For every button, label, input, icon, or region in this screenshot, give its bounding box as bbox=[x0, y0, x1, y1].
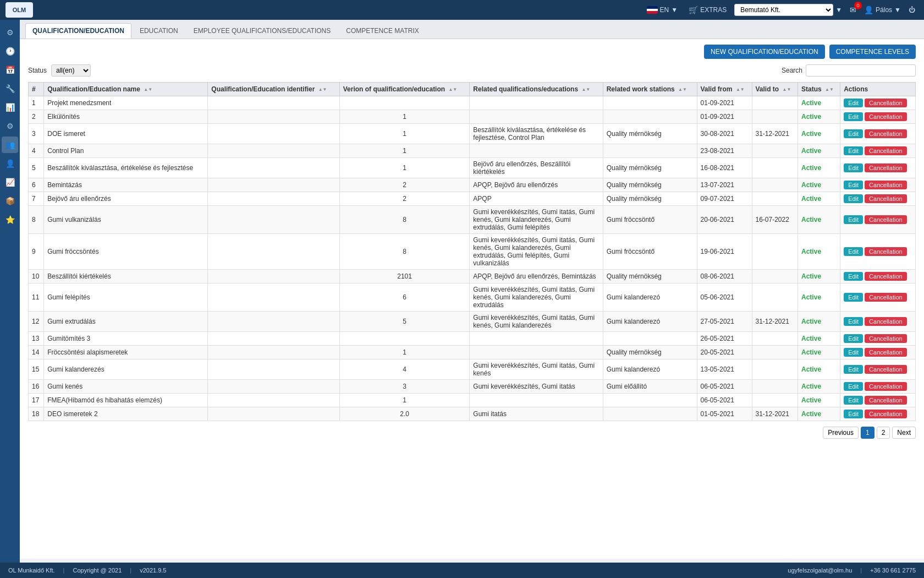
language-selector[interactable]: EN ▼ bbox=[644, 4, 681, 15]
cell-valid-to bbox=[752, 234, 798, 270]
cell-identifier bbox=[208, 124, 339, 144]
edit-button[interactable]: Edit bbox=[844, 317, 863, 326]
mail-area[interactable]: ✉ 0 bbox=[846, 4, 860, 16]
sidebar-item-graph[interactable]: 📈 bbox=[2, 174, 18, 190]
sidebar-item-tools[interactable]: 🔧 bbox=[2, 80, 18, 97]
cancellation-button[interactable]: Cancellation bbox=[865, 410, 907, 418]
page-2-button[interactable]: 2 bbox=[877, 427, 890, 439]
edit-button[interactable]: Edit bbox=[844, 348, 863, 357]
cell-valid-from: 01-09-2021 bbox=[697, 96, 752, 110]
cancellation-button[interactable]: Cancellation bbox=[865, 181, 907, 189]
cell-name: Gumi kalanderezés bbox=[44, 359, 208, 380]
cell-num: 14 bbox=[29, 346, 44, 359]
competence-levels-button[interactable]: COMPETENCE LEVELS bbox=[829, 45, 916, 59]
edit-button[interactable]: Edit bbox=[844, 163, 863, 172]
power-button[interactable]: ⏻ bbox=[905, 4, 919, 15]
prev-button[interactable]: Previous bbox=[823, 427, 859, 439]
cancellation-button[interactable]: Cancellation bbox=[865, 365, 907, 374]
edit-button[interactable]: Edit bbox=[844, 99, 863, 107]
sidebar-item-chart[interactable]: 📊 bbox=[2, 99, 18, 116]
edit-button[interactable]: Edit bbox=[844, 334, 863, 343]
cell-status: Active bbox=[798, 359, 840, 380]
company-select[interactable]: Bemutató Kft. bbox=[734, 4, 833, 16]
cancellation-button[interactable]: Cancellation bbox=[865, 382, 907, 391]
edit-button[interactable]: Edit bbox=[844, 181, 863, 189]
cell-version: 6 bbox=[339, 283, 470, 312]
cell-identifier bbox=[208, 283, 339, 312]
cell-identifier bbox=[208, 206, 339, 234]
tab-qual-edu[interactable]: QUALIFICATION/EDUCATION bbox=[25, 23, 131, 39]
cell-name: Bejövő áru ellenőrzés bbox=[44, 192, 208, 206]
new-qual-edu-button[interactable]: NEW QUALIFICATION/EDUCATION bbox=[704, 45, 825, 59]
edit-button[interactable]: Edit bbox=[844, 410, 863, 418]
cancellation-button[interactable]: Cancellation bbox=[865, 112, 907, 121]
cell-related-ws: Gumi kalanderezó bbox=[603, 283, 697, 312]
sort-version[interactable]: ▲▼ bbox=[448, 87, 457, 92]
cell-version: 1 bbox=[339, 110, 470, 124]
cart-area[interactable]: 🛒 EXTRAS bbox=[685, 4, 730, 16]
cancellation-button[interactable]: Cancellation bbox=[865, 272, 907, 281]
cancellation-button[interactable]: Cancellation bbox=[865, 396, 907, 405]
cell-related-qual bbox=[470, 110, 603, 124]
sort-identifier[interactable]: ▲▼ bbox=[318, 87, 327, 92]
edit-button[interactable]: Edit bbox=[844, 112, 863, 121]
cell-related-qual: Gumi itatás bbox=[470, 407, 603, 421]
tab-emp-qual[interactable]: EMPLOYEE QUALIFICATIONS/EDUCATIONS bbox=[186, 23, 338, 39]
sort-valid-from[interactable]: ▲▼ bbox=[736, 87, 745, 92]
sidebar-item-box[interactable]: 📦 bbox=[2, 193, 18, 209]
user-chevron: ▼ bbox=[894, 6, 901, 14]
edit-button[interactable]: Edit bbox=[844, 272, 863, 281]
edit-button[interactable]: Edit bbox=[844, 215, 863, 224]
cell-related-ws bbox=[603, 96, 697, 110]
sort-related-qual[interactable]: ▲▼ bbox=[581, 87, 590, 92]
sidebar-item-clock[interactable]: 🕐 bbox=[2, 43, 18, 59]
sidebar-item-person[interactable]: 👤 bbox=[2, 155, 18, 172]
cell-related-ws: Gumi előállító bbox=[603, 380, 697, 394]
cancellation-button[interactable]: Cancellation bbox=[865, 146, 907, 155]
gear-icon: ⚙ bbox=[7, 122, 14, 130]
search-input[interactable] bbox=[806, 64, 916, 77]
cancellation-button[interactable]: Cancellation bbox=[865, 317, 907, 326]
cancellation-button[interactable]: Cancellation bbox=[865, 99, 907, 107]
cell-name: Elkülönítés bbox=[44, 110, 208, 124]
cell-status: Active bbox=[798, 234, 840, 270]
sort-related-ws[interactable]: ▲▼ bbox=[678, 87, 687, 92]
star-icon: ⭐ bbox=[6, 215, 15, 224]
edit-button[interactable]: Edit bbox=[844, 293, 863, 302]
cancellation-button[interactable]: Cancellation bbox=[865, 293, 907, 302]
cancellation-button[interactable]: Cancellation bbox=[865, 334, 907, 343]
sidebar-item-calendar[interactable]: 📅 bbox=[2, 62, 18, 78]
edit-button[interactable]: Edit bbox=[844, 365, 863, 374]
cancellation-button[interactable]: Cancellation bbox=[865, 215, 907, 224]
edit-button[interactable]: Edit bbox=[844, 129, 863, 138]
cancellation-button[interactable]: Cancellation bbox=[865, 247, 907, 256]
cell-actions: EditCancellation bbox=[840, 158, 916, 178]
edit-button[interactable]: Edit bbox=[844, 396, 863, 405]
next-button[interactable]: Next bbox=[892, 427, 916, 439]
sort-valid-to[interactable]: ▲▼ bbox=[783, 87, 791, 92]
sidebar-item-settings[interactable]: ⚙ bbox=[2, 24, 18, 41]
cancellation-button[interactable]: Cancellation bbox=[865, 163, 907, 172]
cell-valid-from: 20-05-2021 bbox=[697, 346, 752, 359]
cancellation-button[interactable]: Cancellation bbox=[865, 129, 907, 138]
cancellation-button[interactable]: Cancellation bbox=[865, 348, 907, 357]
sidebar-item-star[interactable]: ⭐ bbox=[2, 211, 18, 228]
cell-num: 18 bbox=[29, 407, 44, 421]
cancellation-button[interactable]: Cancellation bbox=[865, 194, 907, 203]
sort-name[interactable]: ▲▼ bbox=[144, 87, 152, 92]
edit-button[interactable]: Edit bbox=[844, 146, 863, 155]
sidebar-item-gear[interactable]: ⚙ bbox=[2, 118, 18, 134]
cell-related-ws bbox=[603, 144, 697, 158]
edit-button[interactable]: Edit bbox=[844, 382, 863, 391]
tab-education[interactable]: EDUCATION bbox=[133, 23, 185, 39]
tab-comp-matrix[interactable]: COMPETENCE MATRIX bbox=[339, 23, 426, 39]
sort-status[interactable]: ▲▼ bbox=[825, 87, 834, 92]
edit-button[interactable]: Edit bbox=[844, 247, 863, 256]
sidebar-item-people[interactable]: 👥 bbox=[2, 137, 18, 153]
page-1-button[interactable]: 1 bbox=[861, 427, 875, 439]
calendar-icon: 📅 bbox=[6, 66, 15, 74]
status-select[interactable]: all(en) Active Inactive bbox=[51, 64, 91, 77]
chart-icon: 📊 bbox=[6, 103, 15, 112]
edit-button[interactable]: Edit bbox=[844, 194, 863, 203]
user-area[interactable]: 👤 Pálos ▼ bbox=[864, 6, 901, 14]
